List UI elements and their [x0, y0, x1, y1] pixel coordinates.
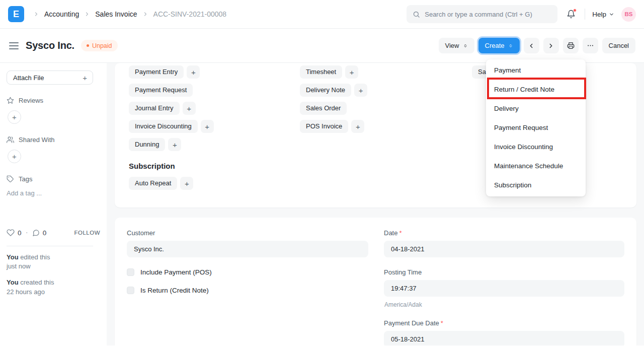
checkbox-label: Include Payment (POS): [140, 268, 212, 276]
connection-link[interactable]: Delivery Note: [300, 84, 351, 97]
shared-with-section-label: Shared With: [7, 136, 100, 144]
attach-file-button[interactable]: Attach File +: [7, 71, 93, 85]
activity-entry: You created this 22 hours ago: [7, 278, 100, 296]
select-arrows-icon: [463, 43, 468, 49]
create-menu-item[interactable]: Payment: [486, 61, 586, 80]
customer-input[interactable]: [127, 241, 368, 257]
create-menu-item[interactable]: Return / Credit Note: [486, 80, 586, 99]
connection-row: Timesheet +: [300, 65, 358, 79]
connection-row: Sales Order: [300, 102, 347, 115]
search-icon: [413, 11, 420, 18]
create-menu-item[interactable]: Payment Request: [486, 118, 586, 137]
plus-icon[interactable]: +: [201, 120, 214, 133]
cancel-button[interactable]: Cancel: [602, 38, 635, 53]
customer-label: Customer: [127, 229, 368, 237]
checkbox[interactable]: [127, 268, 134, 276]
field-label: Posting Time: [384, 268, 624, 276]
connection-row: Payment Entry +: [129, 65, 200, 79]
checkbox[interactable]: [127, 287, 134, 294]
plus-icon[interactable]: +: [345, 65, 358, 79]
field-input[interactable]: [384, 331, 624, 345]
sidebar-toggle-icon[interactable]: [8, 40, 20, 51]
form-sidebar: Attach File + Reviews + Shared With + Ta…: [0, 63, 107, 345]
print-button[interactable]: [563, 38, 579, 53]
connection-link[interactable]: Auto Repeat: [129, 177, 177, 190]
connection-link[interactable]: Invoice Discounting: [129, 120, 198, 133]
chevron-right-icon: [547, 42, 554, 49]
breadcrumb-item[interactable]: ACC-SINV-2021-00008: [142, 10, 227, 18]
checkbox-row[interactable]: Is Return (Credit Note): [127, 287, 368, 294]
plus-icon[interactable]: +: [354, 84, 367, 97]
chevron-right-icon: [33, 11, 39, 17]
activity-entry: You edited this just now: [7, 253, 100, 271]
printer-icon: [567, 42, 575, 49]
add-review-button[interactable]: +: [8, 110, 21, 124]
create-menu-item[interactable]: Invoice Discounting: [486, 137, 586, 157]
menu-ellipsis-button[interactable]: [583, 38, 598, 53]
connection-link[interactable]: Payment Request: [129, 84, 193, 97]
form-column-left: Customer Include Payment (POS) Is Return…: [127, 229, 368, 345]
connection-row: Auto Repeat +: [129, 177, 193, 190]
notifications-bell-icon[interactable]: [565, 8, 578, 21]
share-button[interactable]: +: [8, 150, 21, 163]
checkbox-label: Is Return (Credit Note): [140, 287, 209, 294]
chevron-down-icon: [609, 12, 614, 17]
invoice-form-card: Customer Include Payment (POS) Is Return…: [115, 218, 636, 345]
connection-row: Dunning +: [129, 138, 181, 151]
create-button[interactable]: Create: [478, 38, 520, 53]
field-input[interactable]: [384, 241, 624, 257]
create-menu-item[interactable]: Subscription: [486, 176, 586, 195]
erpnext-logo[interactable]: E: [8, 6, 24, 22]
plus-icon[interactable]: +: [168, 138, 181, 151]
notification-dot: [573, 9, 577, 12]
create-menu-item[interactable]: Maintenance Schedule: [486, 157, 586, 176]
view-button[interactable]: View: [439, 38, 474, 53]
chevron-left-icon: [528, 42, 535, 49]
connection-row: POS Invoice +: [300, 120, 364, 133]
field-input[interactable]: [384, 280, 624, 297]
status-badge: Unpaid: [81, 40, 118, 51]
users-icon: [7, 136, 14, 144]
status-dot: [87, 44, 89, 47]
plus-icon[interactable]: +: [183, 102, 196, 115]
breadcrumb-item[interactable]: Sales Invoice: [84, 10, 137, 18]
search-input[interactable]: [425, 11, 551, 18]
connection-link[interactable]: POS Invoice: [300, 120, 348, 133]
user-avatar[interactable]: BS: [621, 7, 636, 22]
create-menu-item[interactable]: Delivery: [486, 99, 586, 118]
connection-row: Delivery Note +: [300, 84, 367, 97]
connection-link[interactable]: Sales Order: [300, 102, 347, 115]
connection-link[interactable]: Dunning: [129, 138, 165, 151]
help-menu[interactable]: Help: [592, 11, 614, 18]
connections-column-payment: Payment Entry + Payment Request Journal …: [129, 65, 300, 151]
checkbox-row[interactable]: Include Payment (POS): [127, 268, 368, 276]
field-label: Payment Due Date: [384, 319, 624, 327]
likes-count: 0: [18, 229, 22, 237]
tags-section-label: Tags: [7, 175, 100, 183]
comment-icon[interactable]: [32, 229, 40, 237]
breadcrumb-item[interactable]: Accounting: [33, 10, 79, 18]
plus-icon: +: [83, 74, 87, 82]
chevron-right-icon: [142, 11, 148, 17]
next-document-button[interactable]: [543, 38, 559, 53]
connections-column-reference: Timesheet + Delivery Note + Sales Order: [300, 65, 472, 151]
navbar-divider: [585, 9, 585, 20]
heart-icon[interactable]: [7, 229, 15, 237]
navbar-right: Help BS: [407, 5, 636, 23]
plus-icon[interactable]: +: [187, 65, 200, 79]
document-follow-row: 0 · 0 FOLLOW: [7, 228, 100, 237]
connection-row: Payment Request: [129, 84, 193, 97]
page-header: Sysco Inc. Unpaid View Create Cancel: [0, 29, 644, 63]
connection-link[interactable]: Journal Entry: [129, 102, 180, 115]
follow-button[interactable]: FOLLOW: [74, 230, 100, 236]
global-search[interactable]: [407, 5, 557, 23]
connection-link[interactable]: Payment Entry: [129, 65, 184, 79]
plus-icon[interactable]: +: [351, 120, 364, 133]
plus-icon[interactable]: +: [180, 177, 193, 190]
form-field: Date: [384, 229, 624, 257]
comments-count: 0: [43, 229, 47, 237]
connection-row: Invoice Discounting +: [129, 120, 214, 133]
previous-document-button[interactable]: [524, 38, 539, 53]
add-tag-input[interactable]: Add a tag ...: [7, 189, 100, 197]
connection-link[interactable]: Timesheet: [300, 65, 342, 79]
